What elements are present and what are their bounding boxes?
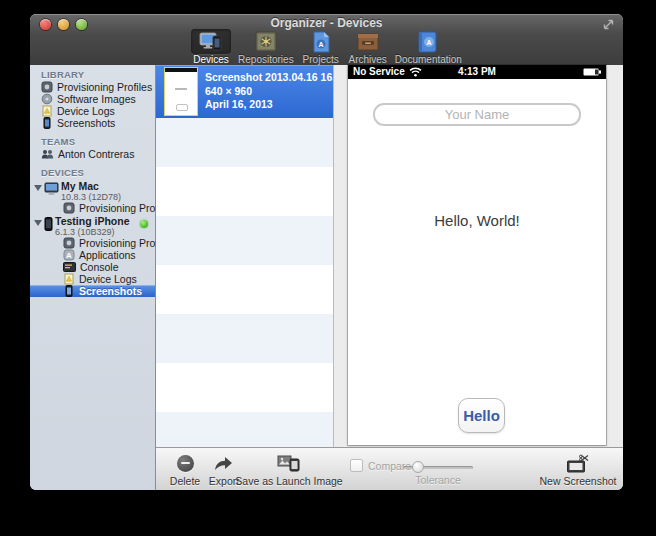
toolbar-tab-devices[interactable]: Devices: [191, 29, 231, 65]
sidebar-item-label: Console: [80, 261, 119, 273]
your-name-textfield: Your Name: [373, 103, 581, 126]
screenshot-list: Screenshot 2013.04.16 16.13.... 640 × 96…: [156, 65, 333, 447]
provisioning-profile-icon: [41, 81, 53, 93]
screenshot-list-empty-rows: [156, 118, 333, 447]
sidebar-device-testing-iphone[interactable]: Testing iPhone 6.1.3 (10B329): [30, 216, 155, 237]
disclosure-triangle-icon[interactable]: [34, 220, 42, 226]
screenshot-thumbnail: [164, 67, 198, 116]
export-icon: [213, 454, 235, 472]
sidebar-item-iphone-screenshots[interactable]: Screenshots: [30, 285, 155, 297]
toolbar-tab-documentation[interactable]: A Documentation: [395, 29, 462, 65]
battery-icon: [583, 68, 602, 76]
delete-label: Delete: [164, 475, 206, 487]
list-row-empty: [156, 314, 333, 363]
documentation-icon: A: [415, 31, 441, 53]
device-name: My Mac: [61, 181, 121, 191]
save-as-launch-image-label: Save as Launch Image: [233, 475, 345, 487]
window-header: Organizer - Devices Devices: [30, 14, 623, 66]
sidebar-item-provisioning-profiles[interactable]: Provisioning Profiles: [30, 81, 155, 93]
applications-icon: A: [63, 249, 75, 261]
screenshots-icon: [41, 117, 53, 129]
device-version: 6.1.3 (10B329): [55, 227, 129, 237]
device-name: Testing iPhone: [55, 216, 129, 226]
compare-control[interactable]: Compare: [350, 459, 411, 472]
sidebar-item-label: Software Images: [57, 93, 136, 105]
provisioning-profile-icon: [63, 202, 75, 214]
sidebar-item-label: Device Logs: [79, 273, 137, 285]
provisioning-profile-icon: [63, 237, 75, 249]
svg-text:A: A: [427, 38, 432, 45]
sidebar-section-library: LIBRARY: [30, 69, 155, 81]
sidebar-item-team-anton-contreras[interactable]: Anton Contreras: [30, 148, 155, 160]
iphone-screenshot-image: No Service 4:13 PM Your Name Hello, Worl…: [348, 65, 606, 445]
new-screenshot-label: New Screenshot: [535, 475, 621, 487]
svg-text:A: A: [318, 40, 323, 47]
list-row-empty: [156, 265, 333, 314]
disclosure-triangle-icon[interactable]: [34, 185, 42, 191]
new-screenshot-icon: [566, 454, 590, 473]
sidebar-section-devices: DEVICES: [30, 167, 155, 179]
toolbar-tab-projects[interactable]: A Projects: [301, 29, 341, 65]
save-as-launch-image-button[interactable]: Save as Launch Image: [233, 452, 345, 487]
hello-world-label: Hello, World!: [348, 212, 606, 229]
sidebar-item-label: Screenshots: [79, 285, 142, 297]
toolbar-tab-label: Projects: [303, 54, 339, 65]
sidebar-item-label: Provisioning Profiles: [57, 81, 152, 93]
repositories-icon: [253, 31, 279, 53]
tolerance-slider[interactable]: [403, 466, 473, 469]
compare-checkbox[interactable]: [350, 459, 363, 472]
hello-button-image: Hello: [458, 398, 505, 433]
sidebar: LIBRARY Provisioning Profiles Software I…: [30, 65, 156, 490]
delete-button[interactable]: Delete: [164, 452, 206, 487]
sidebar-item-label: Applications: [79, 249, 136, 261]
tolerance-slider-knob[interactable]: [412, 461, 424, 473]
sidebar-item-label: Screenshots: [57, 117, 115, 129]
save-launch-image-icon: [277, 454, 301, 472]
sidebar-item-iphone-console[interactable]: Console: [30, 261, 155, 273]
list-row-empty: [156, 412, 333, 447]
new-screenshot-button[interactable]: New Screenshot: [535, 452, 621, 487]
sidebar-item-device-logs[interactable]: Device Logs: [30, 105, 155, 117]
sidebar-item-screenshots-library[interactable]: Screenshots: [30, 117, 155, 129]
sidebar-item-iphone-provisioning-profiles[interactable]: Provisioning Profiles: [30, 237, 155, 249]
tolerance-label: Tolerance: [399, 474, 477, 486]
device-version: 10.8.3 (12D78): [61, 192, 121, 202]
screenshot-title: Screenshot 2013.04.16 16.13....: [205, 71, 333, 85]
screenshot-preview-pane: No Service 4:13 PM Your Name Hello, Worl…: [333, 65, 623, 447]
team-icon: [41, 149, 54, 160]
device-logs-icon: [41, 105, 53, 117]
main-toolbar: Devices Reposit: [30, 29, 623, 65]
screenshot-date: April 16, 2013: [205, 98, 333, 112]
iphone-status-bar: No Service 4:13 PM: [348, 65, 606, 79]
sidebar-item-software-images[interactable]: Software Images: [30, 93, 155, 105]
delete-icon: [177, 455, 194, 472]
list-row-empty: [156, 118, 333, 167]
sidebar-item-label: Anton Contreras: [58, 148, 134, 160]
toolbar-tab-label: Archives: [348, 54, 386, 65]
bottom-toolbar: Delete Export Save as Launch Image: [156, 447, 623, 490]
console-icon: [63, 262, 76, 272]
list-row-empty: [156, 216, 333, 265]
sidebar-item-iphone-device-logs[interactable]: Device Logs: [30, 273, 155, 285]
toolbar-tab-label: Repositories: [238, 54, 294, 65]
device-logs-icon: [63, 273, 75, 285]
screenshots-icon: [63, 285, 75, 297]
status-bar-time: 4:13 PM: [348, 66, 606, 77]
mac-icon: [44, 182, 59, 195]
toolbar-tab-archives[interactable]: Archives: [348, 29, 388, 65]
sidebar-device-my-mac[interactable]: My Mac 10.8.3 (12D78): [30, 181, 155, 202]
sidebar-section-teams: TEAMS: [30, 136, 155, 148]
sidebar-item-iphone-applications[interactable]: A Applications: [30, 249, 155, 261]
list-row-empty: [156, 363, 333, 412]
software-image-icon: [41, 93, 53, 105]
device-connected-status-dot: [140, 220, 148, 228]
toolbar-tab-repositories[interactable]: Repositories: [238, 29, 294, 65]
screenshot-list-item-selected[interactable]: Screenshot 2013.04.16 16.13.... 640 × 96…: [156, 65, 333, 118]
iphone-icon: [44, 217, 53, 231]
archives-icon: [355, 31, 381, 53]
toolbar-tab-label: Devices: [193, 54, 229, 65]
devices-icon: [198, 31, 224, 53]
sidebar-item-mac-provisioning-profiles[interactable]: Provisioning Profiles: [30, 202, 155, 214]
projects-icon: A: [308, 31, 334, 53]
screenshot-resolution: 640 × 960: [205, 85, 333, 99]
